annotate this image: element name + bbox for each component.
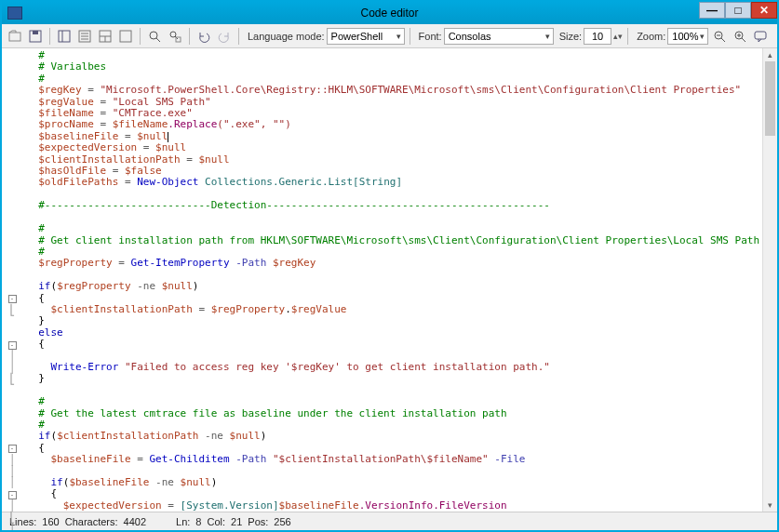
wrap-icon[interactable] <box>116 27 135 46</box>
fold-toggle-icon[interactable]: - <box>8 445 17 453</box>
scrollbar-thumb[interactable] <box>765 61 775 136</box>
size-label: Size: <box>559 31 582 42</box>
svg-line-20 <box>721 38 725 42</box>
status-bar: Lines: 160 Characters: 4402 Ln: 8 Col: 2… <box>2 512 777 530</box>
zoom-select[interactable]: 100% <box>667 28 708 45</box>
window-title: Code editor <box>360 7 418 20</box>
font-select[interactable]: Consolas <box>444 28 554 45</box>
open-file-icon[interactable] <box>6 27 24 46</box>
lines-value: 160 <box>42 516 59 527</box>
window-controls: — □ ✕ <box>699 2 777 19</box>
vertical-scrollbar[interactable]: ▴ ▾ <box>762 48 777 512</box>
svg-rect-2 <box>33 31 38 34</box>
app-icon <box>7 7 22 20</box>
svg-line-14 <box>156 38 160 42</box>
title-bar: Code editor — □ ✕ <box>2 2 777 24</box>
feedback-icon[interactable] <box>751 27 770 46</box>
font-label: Font: <box>419 31 442 42</box>
code-area[interactable]: # # Varialbes # $regKey = "Microsoft.Pow… <box>22 48 762 512</box>
ln-label: Ln: <box>176 516 190 527</box>
zoom-label: Zoom: <box>637 31 665 42</box>
minimize-button[interactable]: — <box>699 2 725 19</box>
svg-rect-0 <box>9 33 20 41</box>
search-icon[interactable] <box>145 27 164 46</box>
language-mode-select[interactable]: PowerShell <box>327 28 405 45</box>
col-value: 21 <box>231 516 242 527</box>
separator <box>189 28 190 45</box>
svg-rect-3 <box>59 31 70 42</box>
chars-label: Characters: <box>65 516 118 527</box>
zoom-out-icon[interactable] <box>710 27 729 46</box>
undo-icon[interactable] <box>195 27 213 46</box>
text-cursor <box>168 132 168 142</box>
separator <box>49 28 50 45</box>
svg-rect-25 <box>755 32 766 39</box>
language-mode-label: Language mode: <box>248 31 325 42</box>
outline-icon[interactable] <box>75 27 94 46</box>
fold-toggle-icon[interactable]: - <box>8 295 17 303</box>
separator <box>627 28 628 45</box>
fold-toggle-icon[interactable]: - <box>8 491 17 499</box>
svg-point-13 <box>150 32 157 39</box>
maximize-button[interactable]: □ <box>725 2 751 19</box>
zoom-in-icon[interactable] <box>731 27 749 46</box>
toolbar: Language mode: PowerShell Font: Consolas… <box>2 24 777 48</box>
pos-label: Pos: <box>248 516 268 527</box>
replace-icon[interactable] <box>166 27 184 46</box>
layout-icon[interactable] <box>96 27 114 46</box>
separator <box>140 28 141 45</box>
scroll-down-icon[interactable]: ▾ <box>763 499 777 512</box>
redo-icon[interactable] <box>215 27 234 46</box>
scroll-up-icon[interactable]: ▴ <box>763 48 777 61</box>
close-button[interactable]: ✕ <box>751 2 777 19</box>
pos-value: 256 <box>274 516 290 527</box>
separator <box>238 28 239 45</box>
fold-toggle-icon[interactable]: - <box>8 341 17 350</box>
toggle-panel-icon[interactable] <box>55 27 74 46</box>
col-label: Col: <box>207 516 225 527</box>
editor: -⎣-││⎣-│││-│⎣│-│⎣⎣-│⎣ # # Varialbes # $r… <box>2 48 777 512</box>
svg-rect-12 <box>120 31 131 42</box>
chars-value: 4402 <box>124 516 146 527</box>
size-spinner[interactable]: ▴▾ <box>613 32 623 41</box>
separator <box>410 28 410 45</box>
ln-value: 8 <box>195 516 201 527</box>
svg-line-24 <box>742 38 745 42</box>
save-icon[interactable] <box>26 27 45 46</box>
font-size-input[interactable] <box>584 28 611 45</box>
fold-gutter: -⎣-││⎣-│││-│⎣│-│⎣⎣-│⎣ <box>2 48 22 512</box>
